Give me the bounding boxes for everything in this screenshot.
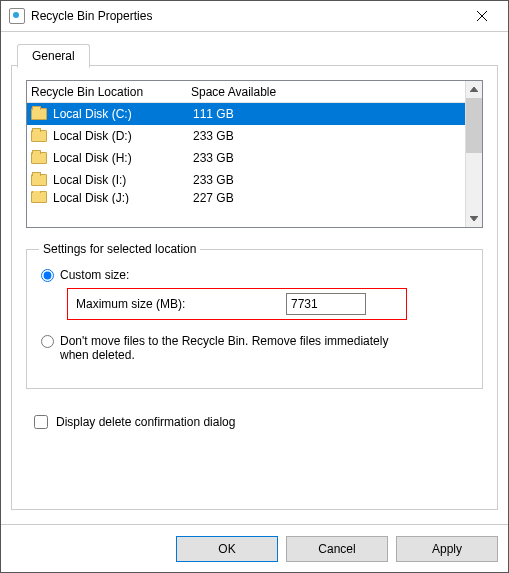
scroll-up-button[interactable] [466,81,482,98]
settings-legend: Settings for selected location [39,242,200,256]
list-item[interactable]: Local Disk (I:) 233 GB [27,169,465,191]
scrollbar[interactable] [465,81,482,227]
list-item[interactable]: Local Disk (J:) 227 GB [27,191,465,204]
folder-icon [31,152,47,164]
properties-window: Recycle Bin Properties General Recycle B… [0,0,509,573]
confirm-delete-checkbox[interactable] [34,415,48,429]
custom-size-option[interactable]: Custom size: [41,268,466,282]
folder-icon [31,108,47,120]
max-size-row: Maximum size (MB): [67,288,407,320]
tab-general[interactable]: General [17,44,90,68]
list-header[interactable]: Recycle Bin Location Space Available [27,81,465,103]
confirm-delete-label: Display delete confirmation dialog [56,415,235,429]
settings-group: Settings for selected location Custom si… [26,242,483,389]
svg-marker-2 [470,87,478,92]
list-item[interactable]: Local Disk (H:) 233 GB [27,147,465,169]
dont-move-radio[interactable] [41,335,54,348]
drive-list[interactable]: Recycle Bin Location Space Available Loc… [26,80,483,228]
folder-icon [31,174,47,186]
scroll-thumb[interactable] [466,98,482,153]
custom-size-label: Custom size: [60,268,129,282]
cancel-button[interactable]: Cancel [286,536,388,562]
max-size-label: Maximum size (MB): [76,297,286,311]
close-button[interactable] [460,1,504,31]
list-item[interactable]: Local Disk (C:) 111 GB [27,103,465,125]
scroll-down-button[interactable] [466,210,482,227]
confirm-delete-option[interactable]: Display delete confirmation dialog [34,415,483,429]
folder-icon [31,191,47,203]
ok-button[interactable]: OK [176,536,278,562]
column-location[interactable]: Recycle Bin Location [31,85,191,99]
apply-button[interactable]: Apply [396,536,498,562]
svg-marker-3 [470,216,478,221]
dont-move-option[interactable]: Don't move files to the Recycle Bin. Rem… [41,334,466,362]
tab-panel: Recycle Bin Location Space Available Loc… [11,66,498,510]
custom-size-radio[interactable] [41,269,54,282]
window-title: Recycle Bin Properties [31,9,460,23]
list-item[interactable]: Local Disk (D:) 233 GB [27,125,465,147]
recycle-bin-icon [9,8,25,24]
titlebar[interactable]: Recycle Bin Properties [1,1,508,32]
dialog-content: General Recycle Bin Location Space Avail… [1,32,508,524]
dont-move-label: Don't move files to the Recycle Bin. Rem… [60,334,400,362]
tab-strip: General [11,42,498,66]
folder-icon [31,130,47,142]
dialog-footer: OK Cancel Apply [1,524,508,572]
max-size-input[interactable] [286,293,366,315]
column-space[interactable]: Space Available [191,85,465,99]
